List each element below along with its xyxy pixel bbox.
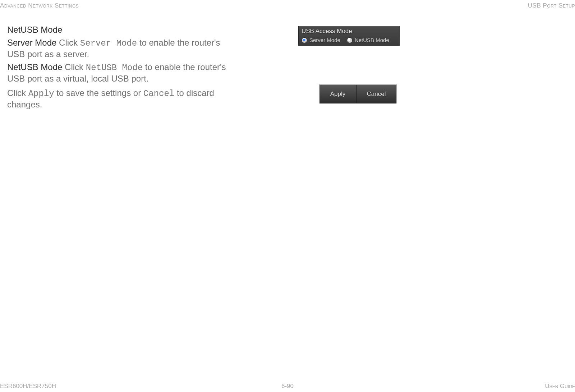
header-left: Advanced Network Settings	[0, 2, 79, 9]
text-apply-suffix-1: to discard	[174, 88, 214, 98]
text-apply-suffix-2: changes.	[7, 100, 42, 109]
radio-server-mode-icon[interactable]	[302, 37, 307, 43]
text-netusb-suffix-1: to enable the router's	[143, 62, 226, 72]
footer-right: User Guide	[545, 383, 575, 390]
section-title-netusb: NetUSB Mode	[7, 25, 62, 34]
usb-panel-title: USB Access Mode	[299, 26, 399, 36]
label-netusb-mode: NetUSB Mode	[7, 62, 62, 72]
header-right: USB Port Setup	[528, 2, 575, 9]
apply-button[interactable]: Apply	[319, 85, 356, 103]
text-server-prefix: Click	[56, 38, 80, 47]
option-server-mode[interactable]: Server Mode	[302, 37, 340, 43]
label-server-mode: Server Mode	[7, 38, 56, 47]
text-apply-mid: to save the settings or	[54, 88, 143, 98]
footer-left: ESR600H/ESR750H	[0, 383, 56, 390]
code-netusb-mode: NetUSB Mode	[86, 63, 143, 73]
button-bar: Apply Cancel	[319, 84, 397, 103]
cancel-button[interactable]: Cancel	[356, 85, 396, 103]
usb-panel-options: Server Mode NetUSB Mode	[299, 36, 399, 45]
text-netusb-prefix: Click	[62, 62, 86, 72]
body-content: NetUSB Mode Server Mode Click Server Mod…	[7, 24, 237, 112]
usb-access-mode-panel: USB Access Mode Server Mode NetUSB Mode	[298, 26, 400, 46]
footer-center: 6-90	[281, 383, 294, 390]
code-apply: Apply	[28, 89, 54, 98]
radio-netusb-mode-icon[interactable]	[347, 37, 353, 43]
text-server-suffix-1: to enable the router's	[137, 38, 220, 47]
option-netusb-mode[interactable]: NetUSB Mode	[347, 37, 389, 43]
text-server-suffix-2: USB port as a server.	[7, 49, 89, 59]
option-server-mode-label: Server Mode	[309, 37, 340, 43]
text-netusb-suffix-2: USB port as a virtual, local USB port.	[7, 74, 149, 83]
text-apply-prefix: Click	[7, 88, 28, 98]
code-cancel: Cancel	[143, 89, 174, 98]
option-netusb-mode-label: NetUSB Mode	[355, 37, 389, 43]
code-server-mode: Server Mode	[80, 38, 137, 48]
